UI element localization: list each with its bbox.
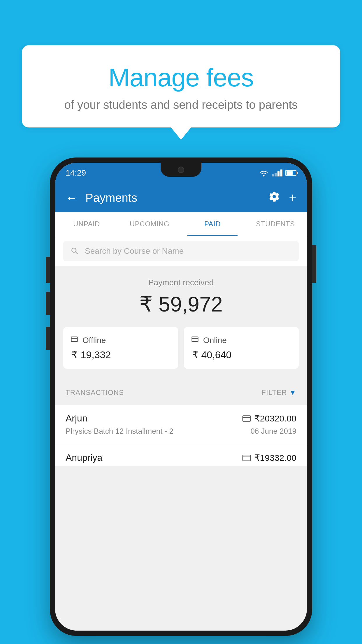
transaction-amount: ₹20320.00 xyxy=(254,413,296,424)
search-placeholder: Search by Course or Name xyxy=(85,246,184,256)
payment-cards: Offline ₹ 19,332 Online xyxy=(63,327,299,369)
wifi-icon xyxy=(259,169,269,177)
header-actions: + xyxy=(268,190,296,205)
online-icon xyxy=(191,335,199,345)
signal-icon xyxy=(272,169,282,176)
transaction-bottom: Physics Batch 12 Installment - 2 06 June… xyxy=(66,427,296,436)
transaction-date: 06 June 2019 xyxy=(250,427,296,436)
transaction-course: Physics Batch 12 Installment - 2 xyxy=(66,427,173,436)
search-icon xyxy=(70,246,80,256)
tab-paid[interactable]: PAID xyxy=(181,212,244,236)
offline-card: Offline ₹ 19,332 xyxy=(63,327,178,369)
transactions-label: TRANSACTIONS xyxy=(66,388,124,397)
filter-icon: ▼ xyxy=(289,388,296,397)
transaction-row[interactable]: Arjun ₹20320.00 Physics Batch 12 Install… xyxy=(55,405,307,444)
transaction-offline-icon xyxy=(242,455,251,461)
online-card: Online ₹ 40,640 xyxy=(184,327,299,369)
tabs-bar: UNPAID UPCOMING PAID STUDENTS xyxy=(55,212,307,236)
transaction-amount-wrap: ₹20320.00 xyxy=(242,413,296,424)
camera xyxy=(178,167,184,173)
tab-students[interactable]: STUDENTS xyxy=(244,212,307,236)
svg-rect-3 xyxy=(242,455,250,461)
offline-amount: ₹ 19,332 xyxy=(70,349,171,360)
svg-point-0 xyxy=(263,175,265,176)
search-box[interactable]: Search by Course or Name xyxy=(63,241,299,261)
online-label: Online xyxy=(203,336,227,345)
notch xyxy=(161,163,201,177)
bubble-subtitle: of your students and send receipts to pa… xyxy=(36,98,326,111)
bubble-title: Manage fees xyxy=(36,63,326,92)
partial-amount-wrap: ₹19332.00 xyxy=(242,453,296,463)
offline-card-header: Offline xyxy=(70,335,171,345)
search-container: Search by Course or Name xyxy=(55,236,307,266)
offline-icon xyxy=(70,335,78,345)
transactions-header: TRANSACTIONS FILTER ▼ xyxy=(55,380,307,405)
svg-rect-1 xyxy=(242,416,250,421)
tab-upcoming[interactable]: UPCOMING xyxy=(118,212,181,236)
transaction-name: Arjun xyxy=(66,413,87,424)
battery-icon xyxy=(285,170,296,176)
transaction-name-2: Anupriya xyxy=(66,452,102,463)
settings-button[interactable] xyxy=(268,191,280,205)
transaction-card-icon xyxy=(242,415,251,422)
offline-label: Offline xyxy=(82,336,106,345)
transaction-top: Arjun ₹20320.00 xyxy=(66,413,296,424)
filter-label: FILTER xyxy=(261,388,287,397)
payment-received-label: Payment received xyxy=(63,278,299,287)
filter-button[interactable]: FILTER ▼ xyxy=(261,388,296,397)
online-card-header: Online xyxy=(191,335,292,345)
payment-summary: Payment received ₹ 59,972 Offline xyxy=(55,266,307,380)
phone-mockup: 14:29 xyxy=(50,158,312,636)
phone-screen: 14:29 xyxy=(55,163,307,631)
add-button[interactable]: + xyxy=(289,190,296,205)
tab-unpaid[interactable]: UNPAID xyxy=(55,212,118,236)
status-time: 14:29 xyxy=(66,168,86,178)
transaction-amount-2: ₹19332.00 xyxy=(254,453,296,463)
app-header: ← Payments + xyxy=(55,183,307,212)
online-amount: ₹ 40,640 xyxy=(191,349,292,360)
speech-bubble: Manage fees of your students and send re… xyxy=(22,45,340,127)
back-button[interactable]: ← xyxy=(66,191,77,204)
status-icons xyxy=(259,169,296,177)
phone-outer: 14:29 xyxy=(50,158,312,636)
header-title: Payments xyxy=(85,191,268,204)
transaction-row-partial[interactable]: Anupriya ₹19332.00 xyxy=(55,444,307,466)
payment-total-amount: ₹ 59,972 xyxy=(63,292,299,316)
